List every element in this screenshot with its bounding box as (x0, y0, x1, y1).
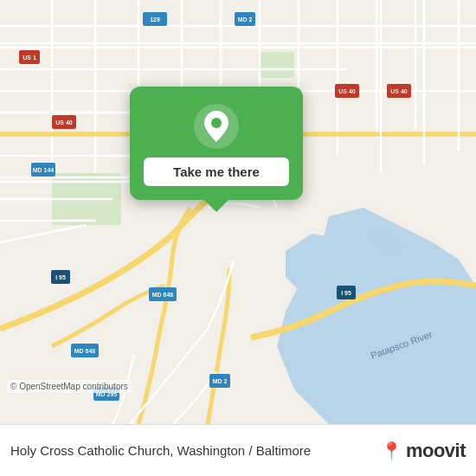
svg-text:I 95: I 95 (55, 274, 66, 280)
location-name: Holy Cross Catholic Church, Washington /… (10, 443, 381, 458)
svg-text:US 40: US 40 (55, 119, 73, 125)
svg-text:US 40: US 40 (338, 88, 356, 94)
moovit-logo: 📍 moovit (381, 440, 466, 462)
location-pin-icon (194, 104, 239, 149)
svg-text:MD 648: MD 648 (74, 348, 96, 354)
svg-rect-2 (260, 52, 294, 78)
svg-text:MD 648: MD 648 (152, 292, 174, 298)
moovit-pin-icon: 📍 (381, 441, 402, 461)
svg-text:US 1: US 1 (23, 55, 36, 61)
svg-text:US 40: US 40 (390, 88, 408, 94)
moovit-logo-text: moovit (406, 440, 466, 462)
take-me-there-button[interactable]: Take me there (144, 158, 289, 186)
svg-text:129: 129 (150, 16, 160, 23)
map-attribution: © OpenStreetMap contributors (7, 380, 132, 393)
popup-card: Take me there (130, 87, 303, 200)
svg-text:MD 144: MD 144 (33, 167, 55, 173)
svg-text:I 95: I 95 (341, 290, 351, 296)
svg-text:MD 2: MD 2 (238, 16, 253, 23)
svg-text:MD 2: MD 2 (213, 378, 228, 384)
svg-point-58 (211, 118, 222, 128)
map-container: US 1 129 MD 2 US 40 US 40 US 40 MD 144 I… (0, 0, 476, 424)
bottom-bar: Holy Cross Catholic Church, Washington /… (0, 424, 476, 476)
